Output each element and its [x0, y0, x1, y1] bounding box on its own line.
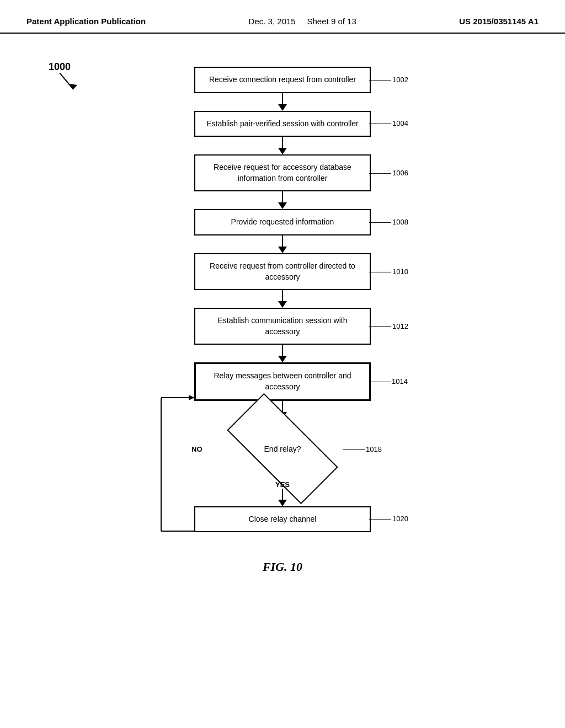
flowchart-wrapper: Receive connection request from controll… [117, 67, 448, 532]
ref-1010: 1010 [369, 266, 408, 276]
arrow-2 [117, 137, 448, 154]
sheet-label: Sheet 9 of 13 [307, 17, 356, 26]
box-1008: Provide requested information 1008 [194, 209, 371, 235]
yes-branch: YES [117, 479, 448, 506]
arrow-6 [117, 345, 448, 362]
ref-1004: 1004 [369, 119, 408, 129]
ref-1014: 1014 [369, 377, 408, 387]
ref-1006: 1006 [369, 168, 408, 178]
no-label: NO [191, 445, 202, 453]
flow-item-1008: Provide requested information 1008 [117, 209, 448, 235]
arrow-1 [117, 93, 448, 111]
box-1004: Establish pair-verified session with con… [194, 111, 371, 137]
publication-label: Patent Application Publication [26, 15, 146, 27]
flow-item-1010: Receive request from controller directed… [117, 253, 448, 290]
flow-item-1006: Receive request for accessory database i… [117, 154, 448, 191]
ref-1012: 1012 [369, 322, 408, 331]
patent-number-label: US 2015/0351145 A1 [459, 15, 539, 27]
flow-item-1004: Establish pair-verified session with con… [117, 111, 448, 137]
box-1014: Relay messages between controller and ac… [194, 362, 371, 400]
arrow-5 [117, 290, 448, 308]
box-1006: Receive request for accessory database i… [194, 154, 371, 191]
flow-item-1020: Close relay channel 1020 [117, 506, 448, 533]
date-label: Dec. 3, 2015 [249, 17, 296, 26]
ref-1002: 1002 [369, 75, 408, 85]
diagram-area: 1000 Receive connection request from con… [0, 34, 565, 591]
ref-1018: 1018 [343, 445, 382, 453]
arrow-4 [117, 235, 448, 253]
flow-item-diamond: End relay? 1018 NO [117, 419, 448, 479]
box-1002: Receive connection request from controll… [194, 67, 371, 93]
figure-caption: FIG. 10 [0, 560, 565, 574]
flow-item-1002: Receive connection request from controll… [117, 67, 448, 93]
box-1020: Close relay channel 1020 [194, 506, 371, 533]
diamond-text: End relay? [222, 445, 343, 453]
box-1012: Establish communication session with acc… [194, 308, 371, 345]
flow-id-label: 1000 [49, 61, 82, 95]
ref-1020: 1020 [369, 514, 408, 524]
flow-item-1012: Establish communication session with acc… [117, 308, 448, 345]
flow-item-1014: Relay messages between controller and ac… [117, 362, 448, 400]
page-header: Patent Application Publication Dec. 3, 2… [0, 0, 565, 34]
box-1010: Receive request from controller directed… [194, 253, 371, 290]
date-sheet-label: Dec. 3, 2015 Sheet 9 of 13 [249, 15, 356, 27]
ref-1008: 1008 [369, 217, 408, 227]
svg-line-0 [60, 73, 73, 89]
diamond-1018: End relay? 1018 NO [222, 419, 343, 479]
arrow-3 [117, 191, 448, 209]
yes-label: YES [275, 480, 290, 489]
